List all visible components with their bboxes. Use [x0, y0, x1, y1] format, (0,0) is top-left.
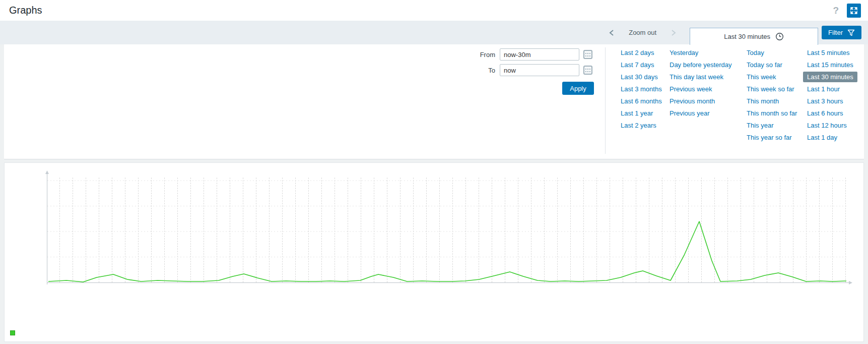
filter-button[interactable]: Filter — [822, 26, 861, 39]
quick-range-item[interactable]: Previous week — [665, 84, 716, 94]
quick-range-item[interactable]: Last 30 minutes — [803, 72, 857, 82]
quick-range-item[interactable]: This day last week — [665, 72, 727, 82]
to-calendar-button[interactable] — [582, 65, 593, 76]
fullscreen-icon — [850, 7, 858, 15]
time-back-button[interactable] — [604, 29, 620, 36]
quick-range-item[interactable]: This month so far — [743, 108, 801, 119]
zoom-out-button[interactable]: Zoom out — [629, 29, 656, 36]
quick-range-item[interactable]: Last 6 months — [617, 96, 666, 106]
quick-range-item[interactable]: Today — [743, 47, 768, 58]
graph-panel — [4, 162, 864, 342]
to-label: To — [473, 67, 495, 74]
quick-range-item[interactable]: This week — [743, 72, 780, 82]
quick-range-item[interactable]: Yesterday — [665, 47, 702, 58]
quick-range-item[interactable]: Previous month — [665, 96, 719, 106]
legend-swatch — [10, 330, 15, 335]
time-forward-button[interactable] — [665, 29, 682, 36]
funnel-icon — [847, 29, 855, 36]
fullscreen-button[interactable] — [847, 4, 861, 18]
graph-canvas[interactable] — [43, 170, 853, 288]
chevron-right-icon — [671, 29, 677, 36]
quick-range-column-4: Last 5 minutesLast 15 minutesLast 30 min… — [803, 47, 857, 144]
quick-range-item[interactable]: Last 2 days — [617, 47, 658, 58]
calendar-icon — [583, 50, 592, 59]
quick-range-item[interactable]: Last 3 hours — [803, 96, 847, 106]
title-bar: Graphs ? — [0, 0, 868, 21]
quick-range-item[interactable]: Day before yesterday — [665, 60, 736, 70]
chart-axes — [45, 170, 852, 284]
y-axis-arrow-icon — [45, 170, 49, 174]
quick-range-item[interactable]: This week so far — [743, 84, 798, 94]
to-input[interactable] — [500, 64, 579, 76]
quick-range-column-2: YesterdayDay before yesterdayThis day la… — [665, 47, 736, 120]
from-calendar-button[interactable] — [582, 49, 593, 60]
quick-range-item[interactable]: This year — [743, 120, 777, 131]
from-input[interactable] — [500, 48, 579, 61]
apply-button[interactable]: Apply — [562, 82, 594, 95]
quick-range-item[interactable]: Previous year — [665, 108, 713, 119]
time-range-form: From To — [473, 48, 593, 80]
quick-range-item[interactable]: Last 15 minutes — [803, 60, 857, 70]
quick-range-item[interactable]: Last 5 minutes — [803, 47, 854, 58]
x-axis-arrow-icon — [849, 281, 852, 284]
quick-range-item[interactable]: This year so far — [743, 132, 796, 143]
help-icon[interactable]: ? — [833, 5, 839, 16]
from-row: From — [473, 48, 593, 61]
quick-range-column-1: Last 2 daysLast 7 daysLast 30 daysLast 3… — [617, 47, 666, 132]
filter-button-label: Filter — [828, 29, 843, 36]
quick-range-column-3: TodayToday so farThis weekThis week so f… — [743, 47, 801, 144]
horizontal-gridlines — [47, 181, 848, 257]
time-range-tab[interactable]: Last 30 minutes — [690, 28, 818, 45]
quick-range-item[interactable]: Today so far — [743, 60, 786, 70]
quick-range-item[interactable]: Last 12 hours — [803, 120, 851, 131]
filter-bar: Zoom out Last 30 minutes Filter — [0, 21, 868, 44]
quick-range-item[interactable]: This month — [743, 96, 783, 106]
panel-divider — [605, 47, 606, 154]
to-row: To — [473, 64, 593, 76]
quick-range-item[interactable]: Last 1 hour — [803, 84, 844, 94]
quick-range-item[interactable]: Last 7 days — [617, 60, 658, 70]
page-title: Graphs — [9, 5, 42, 16]
from-label: From — [473, 51, 495, 59]
chevron-left-icon — [609, 29, 615, 36]
clock-icon — [775, 32, 784, 41]
quick-range-item[interactable]: Last 30 days — [617, 72, 662, 82]
time-range-panel: From To Apply Last 2 daysLast 7 daysLast… — [4, 44, 864, 159]
quick-range-item[interactable]: Last 3 months — [617, 84, 666, 94]
quick-range-item[interactable]: Last 2 years — [617, 120, 660, 131]
quick-range-item[interactable]: Last 1 day — [803, 132, 841, 143]
time-range-tab-label: Last 30 minutes — [724, 33, 770, 40]
quick-range-item[interactable]: Last 6 hours — [803, 108, 847, 119]
calendar-icon — [583, 66, 592, 75]
quick-range-item[interactable]: Last 1 year — [617, 108, 657, 119]
series-line — [48, 221, 846, 282]
